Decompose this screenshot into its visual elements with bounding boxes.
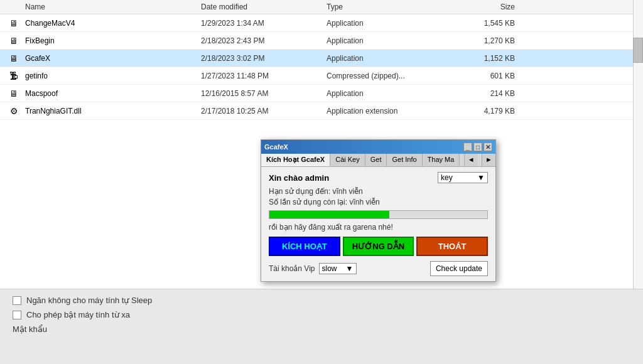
so-lan: Số lần sử dụng còn lại: vĩnh viễn bbox=[269, 198, 488, 206]
popup-title: GcafeX bbox=[264, 143, 288, 151]
key-dropdown-value: key bbox=[441, 173, 453, 182]
popup-tabs: Kích Hoạt GcafeX Cài Key Get Get Info Th… bbox=[261, 154, 495, 167]
file-date: 1/27/2023 11:48 PM bbox=[201, 72, 327, 80]
file-name-cell: 🖥 Macspoof bbox=[0, 87, 201, 100]
mat-khau-label: Mật khẩu bbox=[13, 324, 47, 334]
file-date: 2/18/2023 3:02 PM bbox=[201, 54, 327, 63]
col-header-size: Size bbox=[452, 3, 527, 11]
file-name-text: getinfo bbox=[25, 72, 48, 80]
file-type: Application extension bbox=[327, 107, 452, 115]
file-name-text: GcafeX bbox=[25, 54, 50, 63]
popup-body: Xin chào admin key ▼ Hạn sử dụng đến: vĩ… bbox=[261, 167, 495, 281]
table-row[interactable]: 🗜 getinfo 1/27/2023 11:48 PM Compressed … bbox=[0, 67, 643, 85]
progress-fill bbox=[269, 211, 389, 218]
file-name-cell: 🖥 ChangeMacV4 bbox=[0, 17, 201, 29]
popup-bottom-row: Tài khoản Vip slow ▼ Check update bbox=[269, 261, 488, 276]
thoat-button[interactable]: THOÁT bbox=[416, 237, 488, 256]
greeting-row: Xin chào admin key ▼ bbox=[269, 172, 488, 183]
tab-kich-hoat[interactable]: Kích Hoạt GcafeX bbox=[261, 154, 330, 166]
popup-window-controls: _ □ ✕ bbox=[463, 142, 492, 151]
tab-cai-key[interactable]: Cài Key bbox=[330, 154, 365, 166]
file-icon: ⚙ bbox=[8, 105, 20, 117]
file-icon: 🖥 bbox=[8, 52, 20, 65]
tai-khoan-vip-label: Tài khoản Vip bbox=[269, 264, 315, 273]
mat-khau-row: Mật khẩu bbox=[13, 324, 630, 334]
gcafe-popup: GcafeX _ □ ✕ Kích Hoạt GcafeX Cài Key Ge… bbox=[261, 139, 496, 282]
file-size: 601 KB bbox=[452, 72, 527, 80]
checkbox-row-1: Ngăn không cho máy tính tự Sleep bbox=[13, 296, 630, 305]
file-icon: 🗜 bbox=[8, 70, 20, 82]
file-name-text: Macspoof bbox=[25, 89, 58, 98]
file-name-cell: 🖥 FixBegin bbox=[0, 35, 201, 47]
file-date: 2/17/2018 10:25 AM bbox=[201, 107, 327, 115]
close-button[interactable]: ✕ bbox=[484, 142, 492, 151]
minimize-button[interactable]: _ bbox=[463, 142, 472, 151]
key-dropdown-arrow: ▼ bbox=[477, 173, 485, 182]
action-buttons: KÍCH HOẠT HƯỚNG DẪN THOÁT bbox=[269, 237, 488, 256]
file-icon: 🖥 bbox=[8, 87, 20, 100]
scrollbar[interactable] bbox=[633, 0, 643, 289]
file-type: Application bbox=[327, 89, 452, 98]
file-size: 1,270 KB bbox=[452, 36, 527, 45]
table-row[interactable]: 🖥 Macspoof 12/16/2015 8:57 AM Applicatio… bbox=[0, 85, 643, 102]
file-icon: 🖥 bbox=[8, 17, 20, 29]
file-icon: 🖥 bbox=[8, 35, 20, 47]
greeting-text: Xin chào admin bbox=[269, 173, 329, 183]
file-name-text: ChangeMacV4 bbox=[25, 19, 75, 28]
table-row[interactable]: 🖥 ChangeMacV4 1/29/2023 1:34 AM Applicat… bbox=[0, 14, 643, 32]
file-size: 214 KB bbox=[452, 89, 527, 98]
tab-thay-ma[interactable]: Thay Ma bbox=[423, 154, 460, 166]
bottom-panel: Ngăn không cho máy tính tự Sleep Cho phé… bbox=[0, 289, 643, 364]
scrollbar-thumb[interactable] bbox=[633, 38, 643, 63]
slow-dropdown[interactable]: slow ▼ bbox=[319, 263, 357, 274]
col-header-type: Type bbox=[327, 3, 452, 11]
table-row[interactable]: 🖥 GcafeX 2/18/2023 3:02 PM Application 1… bbox=[0, 50, 643, 67]
checkbox-sleep-label: Ngăn không cho máy tính tự Sleep bbox=[26, 296, 152, 305]
col-header-name: Name bbox=[0, 3, 201, 11]
key-dropdown[interactable]: key ▼ bbox=[438, 172, 488, 183]
huong-dan-button[interactable]: HƯỚNG DẪN bbox=[343, 237, 414, 256]
han-su-dung: Hạn sử dụng đến: vĩnh viễn bbox=[269, 187, 488, 196]
kich-hoat-button[interactable]: KÍCH HOẠT bbox=[269, 237, 340, 256]
checkbox-sleep[interactable] bbox=[13, 296, 21, 305]
file-date: 1/29/2023 1:34 AM bbox=[201, 19, 327, 28]
checkbox-remote-label: Cho phép bật máy tính từ xa bbox=[26, 310, 130, 319]
slow-dropdown-value: slow bbox=[322, 264, 337, 273]
file-name-cell: 🖥 GcafeX bbox=[0, 52, 201, 65]
file-size: 1,545 KB bbox=[452, 19, 527, 28]
file-table-header: Name Date modified Type Size bbox=[0, 0, 643, 14]
file-date: 12/16/2015 8:57 AM bbox=[201, 89, 327, 98]
file-type: Application bbox=[327, 36, 452, 45]
file-type: Application bbox=[327, 54, 452, 63]
file-date: 2/18/2023 2:43 PM bbox=[201, 36, 327, 45]
check-update-button[interactable]: Check update bbox=[430, 261, 488, 276]
message-line: rồi bạn hãy đăng xuất ra garena nhé! bbox=[269, 223, 488, 232]
popup-titlebar: GcafeX _ □ ✕ bbox=[261, 140, 495, 154]
file-list: 🖥 ChangeMacV4 1/29/2023 1:34 AM Applicat… bbox=[0, 14, 643, 120]
tab-get[interactable]: Get bbox=[365, 154, 387, 166]
file-name-text: TranNghiaGIT.dll bbox=[25, 107, 82, 115]
file-type: Compressed (zipped)... bbox=[327, 72, 452, 80]
tab-scroll-left[interactable]: ◄ bbox=[464, 154, 478, 166]
file-name-cell: 🗜 getinfo bbox=[0, 70, 201, 82]
slow-dropdown-arrow: ▼ bbox=[346, 264, 354, 273]
tab-get-info[interactable]: Get Info bbox=[387, 154, 422, 166]
checkbox-remote[interactable] bbox=[13, 311, 21, 319]
maximize-button[interactable]: □ bbox=[473, 142, 482, 151]
table-row[interactable]: ⚙ TranNghiaGIT.dll 2/17/2018 10:25 AM Ap… bbox=[0, 102, 643, 120]
table-row[interactable]: 🖥 FixBegin 2/18/2023 2:43 PM Application… bbox=[0, 32, 643, 50]
progress-bar-container bbox=[269, 210, 488, 219]
checkbox-row-2: Cho phép bật máy tính từ xa bbox=[13, 310, 630, 319]
file-size: 1,152 KB bbox=[452, 54, 527, 63]
file-name-cell: ⚙ TranNghiaGIT.dll bbox=[0, 105, 201, 117]
tab-scroll-right[interactable]: ► bbox=[482, 154, 495, 166]
file-type: Application bbox=[327, 19, 452, 28]
col-header-date: Date modified bbox=[201, 3, 327, 11]
file-name-text: FixBegin bbox=[25, 36, 55, 45]
file-size: 4,179 KB bbox=[452, 107, 527, 115]
